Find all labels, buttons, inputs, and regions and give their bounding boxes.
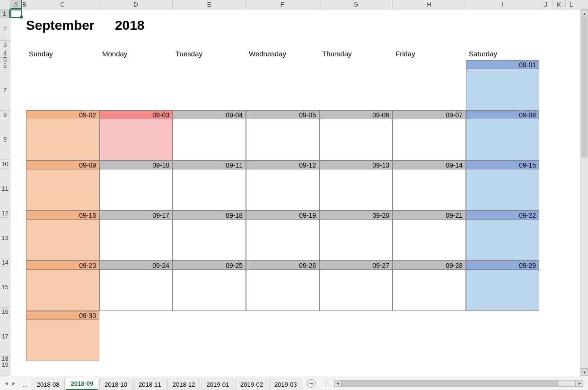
row-header-15[interactable]: 15 [0, 267, 10, 308]
row-header-9[interactable]: 9 [0, 119, 10, 160]
col-header-F[interactable]: F [246, 0, 319, 9]
vertical-scrollbar[interactable]: ▴ ▾ [580, 9, 588, 376]
calendar-day-09-06[interactable]: 09-06 [319, 110, 393, 160]
horizontal-scrollbar[interactable]: ◂ ▸ [334, 380, 583, 387]
calendar-day-09-27[interactable]: 09-27 [319, 261, 393, 311]
calendar-day-body[interactable] [26, 270, 99, 310]
calendar-empty-cell[interactable] [246, 60, 319, 110]
calendar-day-body[interactable] [100, 220, 172, 260]
calendar-day-body[interactable] [246, 270, 319, 310]
hscroll-track[interactable] [342, 380, 576, 387]
calendar-day-body[interactable] [173, 119, 246, 160]
calendar-day-09-29[interactable]: 09-29 [466, 261, 539, 311]
calendar-day-09-26[interactable]: 09-26 [246, 261, 319, 311]
calendar-day-09-07[interactable]: 09-07 [393, 110, 466, 160]
calendar-day-body[interactable] [393, 119, 465, 160]
row-header-18[interactable]: 18 [0, 357, 10, 361]
vscroll-thumb[interactable] [581, 17, 588, 158]
calendar-day-09-10[interactable]: 09-10 [99, 160, 173, 211]
sheet-tab-2018-09[interactable]: 2018-09 [66, 378, 99, 390]
col-header-D[interactable]: D [99, 0, 173, 9]
col-header-E[interactable]: E [173, 0, 246, 9]
vscroll-track[interactable] [581, 17, 588, 368]
calendar-empty-cell[interactable] [26, 60, 99, 110]
calendar-day-09-13[interactable]: 09-13 [319, 160, 393, 211]
calendar-day-09-16[interactable]: 09-16 [26, 211, 99, 261]
calendar-day-09-03[interactable]: 09-03 [99, 110, 173, 160]
col-header-I[interactable]: I [466, 0, 539, 9]
row-header-2[interactable]: 2 [0, 18, 10, 41]
col-header-B[interactable]: B [22, 0, 26, 9]
calendar-day-body[interactable] [320, 270, 392, 310]
calendar-day-09-22[interactable]: 09-22 [466, 211, 539, 261]
calendar-day-body[interactable] [466, 220, 539, 260]
calendar-empty-cell[interactable] [393, 60, 466, 110]
sheet-tab-2018-10[interactable]: 2018-10 [99, 379, 132, 390]
calendar-day-body[interactable] [466, 169, 539, 210]
select-all-corner[interactable] [0, 0, 10, 9]
sheet-tab-2018-08[interactable]: 2018-08 [32, 379, 65, 390]
calendar-day-body[interactable] [26, 220, 99, 260]
row-header-10[interactable]: 10 [0, 160, 10, 168]
calendar-day-body[interactable] [246, 119, 319, 160]
row-header-16[interactable]: 16 [0, 308, 10, 316]
sheet-tab-2019-01[interactable]: 2019-01 [201, 379, 234, 390]
calendar-day-body[interactable] [320, 169, 392, 210]
calendar-day-body[interactable] [393, 220, 465, 260]
calendar-day-body[interactable] [100, 270, 172, 310]
tab-more-left[interactable]: ... [20, 379, 31, 390]
row-header-6[interactable]: 6 [0, 62, 10, 70]
hscroll-right-button[interactable]: ▸ [576, 380, 583, 387]
calendar-day-09-24[interactable]: 09-24 [99, 261, 173, 311]
calendar-day-09-19[interactable]: 09-19 [246, 211, 319, 261]
calendar-day-09-02[interactable]: 09-02 [26, 110, 99, 160]
calendar-day-09-28[interactable]: 09-28 [393, 261, 466, 311]
calendar-day-body[interactable] [246, 169, 319, 210]
col-header-G[interactable]: G [319, 0, 393, 9]
calendar-day-09-20[interactable]: 09-20 [319, 211, 393, 261]
row-header-8[interactable]: 8 [0, 111, 10, 119]
calendar-empty-cell[interactable] [393, 311, 466, 361]
calendar-day-09-30[interactable]: 09-30 [26, 311, 99, 361]
calendar-day-09-01[interactable]: 09-01 [466, 60, 539, 110]
calendar-empty-cell[interactable] [466, 311, 539, 361]
col-header-C[interactable]: C [26, 0, 99, 9]
sheet-tab-2018-11[interactable]: 2018-11 [133, 379, 167, 390]
calendar-day-09-09[interactable]: 09-09 [26, 160, 99, 211]
calendar-day-body[interactable] [100, 119, 172, 160]
calendar-day-body[interactable] [100, 169, 172, 210]
add-sheet-button[interactable]: + [307, 379, 316, 388]
col-header-H[interactable]: H [393, 0, 466, 9]
calendar-day-09-12[interactable]: 09-12 [246, 160, 319, 211]
row-header-3[interactable]: 3 [0, 41, 10, 49]
calendar-day-body[interactable] [173, 270, 246, 310]
calendar-day-body[interactable] [466, 270, 539, 310]
row-header-17[interactable]: 17 [0, 316, 10, 357]
calendar-day-09-14[interactable]: 09-14 [393, 160, 466, 211]
row-header-7[interactable]: 7 [0, 70, 10, 111]
calendar-day-body[interactable] [393, 270, 465, 310]
calendar-day-body[interactable] [173, 169, 246, 210]
col-header-L[interactable]: L [566, 0, 577, 9]
sheet-tab-2018-12[interactable]: 2018-12 [167, 379, 201, 390]
row-header-1[interactable]: 1 [0, 9, 10, 18]
hscroll-left-button[interactable]: ◂ [334, 380, 342, 387]
row-header-19[interactable]: 19 [0, 361, 10, 369]
col-header-A[interactable]: A [10, 0, 22, 9]
calendar-day-09-11[interactable]: 09-11 [173, 160, 246, 211]
calendar-empty-cell[interactable] [99, 311, 173, 361]
calendar-day-09-17[interactable]: 09-17 [99, 211, 173, 261]
row-header-14[interactable]: 14 [0, 258, 10, 267]
tab-separator-dots[interactable]: ⋮ [319, 380, 334, 387]
row-header-11[interactable]: 11 [0, 168, 10, 209]
calendar-empty-cell[interactable] [173, 311, 246, 361]
calendar-day-body[interactable] [320, 119, 392, 160]
sheet-grid[interactable]: September 2018 Sunday Monday Tuesday Wed… [10, 9, 588, 376]
calendar-day-09-15[interactable]: 09-15 [466, 160, 539, 211]
calendar-day-body[interactable] [320, 220, 392, 260]
calendar-day-09-08[interactable]: 09-08 [466, 110, 539, 160]
calendar-day-09-23[interactable]: 09-23 [26, 261, 99, 311]
calendar-day-body[interactable] [26, 320, 99, 361]
calendar-day-09-25[interactable]: 09-25 [173, 261, 246, 311]
calendar-day-body[interactable] [393, 169, 465, 210]
